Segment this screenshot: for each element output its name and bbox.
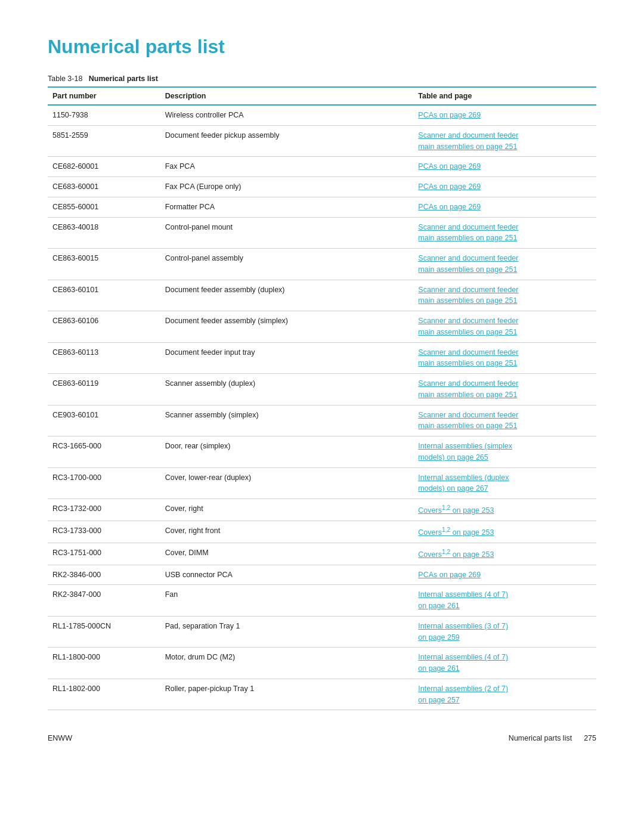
cell-part-number: RC3-1733-000 (48, 521, 160, 543)
col-header-description: Description (160, 87, 414, 105)
cell-table-page: Internal assemblies (4 of 7)on page 261 (413, 585, 596, 617)
cell-description: USB connector PCA (160, 565, 414, 585)
page-footer: ENWW Numerical parts list 275 (48, 734, 596, 742)
table-label-prefix: Table 3-18 (48, 75, 82, 83)
cell-part-number: RL1-1800-000 (48, 648, 160, 679)
cell-part-number: CE863-60113 (48, 342, 160, 374)
table-page-link[interactable]: Internal assemblies (4 of 7)on page 261 (418, 590, 508, 610)
table-page-link[interactable]: Covers1,2 on page 253 (418, 550, 494, 559)
cell-table-page: Internal assemblies (3 of 7)on page 259 (413, 616, 596, 648)
cell-table-page: Scanner and document feedermain assembli… (413, 374, 596, 405)
footer-left: ENWW (48, 734, 72, 742)
cell-table-page: Scanner and document feedermain assembli… (413, 125, 596, 157)
cell-table-page: Covers1,2 on page 253 (413, 499, 596, 521)
table-row: RL1-1800-000Motor, drum DC (M2)Internal … (48, 648, 596, 679)
table-page-link[interactable]: Scanner and document feedermain assembli… (418, 254, 518, 274)
cell-table-page: PCAs on page 269 (413, 157, 596, 177)
table-row: CE863-60015Control-panel assemblyScanner… (48, 249, 596, 280)
footer-page-number: 275 (584, 734, 596, 742)
cell-table-page: PCAs on page 269 (413, 177, 596, 197)
table-row: CE863-40018Control-panel mountScanner an… (48, 217, 596, 249)
cell-table-page: Internal assemblies (duplexmodels) on pa… (413, 467, 596, 499)
cell-part-number: CE863-60015 (48, 249, 160, 280)
table-row: RC3-1733-000Cover, right frontCovers1,2 … (48, 521, 596, 543)
table-row: RC3-1665-000Door, rear (simplex)Internal… (48, 436, 596, 468)
table-page-link[interactable]: Covers1,2 on page 253 (418, 528, 494, 537)
cell-part-number: RL1-1802-000 (48, 679, 160, 710)
table-row: CE682-60001Fax PCAPCAs on page 269 (48, 157, 596, 177)
table-label-text: Numerical parts list (89, 75, 158, 83)
cell-description: Pad, separation Tray 1 (160, 616, 414, 648)
cell-table-page: PCAs on page 269 (413, 105, 596, 125)
footer-right: Numerical parts list 275 (509, 734, 596, 742)
table-row: CE683-60001Fax PCA (Europe only)PCAs on … (48, 177, 596, 197)
table-row: RC3-1700-000Cover, lower-rear (duplex)In… (48, 467, 596, 499)
cell-description: Control-panel mount (160, 217, 414, 249)
cell-table-page: Scanner and document feedermain assembli… (413, 405, 596, 436)
table-row: RC3-1751-000Cover, DIMMCovers1,2 on page… (48, 543, 596, 565)
table-page-link[interactable]: Scanner and document feedermain assembli… (418, 348, 518, 368)
cell-description: Formatter PCA (160, 197, 414, 217)
cell-part-number: RL1-1785-000CN (48, 616, 160, 648)
cell-description: Fan (160, 585, 414, 617)
cell-description: Scanner assembly (simplex) (160, 405, 414, 436)
table-page-link[interactable]: Internal assemblies (3 of 7)on page 259 (418, 622, 508, 642)
table-row: RL1-1802-000Roller, paper-pickup Tray 1I… (48, 679, 596, 710)
cell-part-number: RC3-1665-000 (48, 436, 160, 468)
cell-part-number: CE863-60106 (48, 311, 160, 343)
table-page-link[interactable]: Scanner and document feedermain assembli… (418, 411, 518, 431)
cell-description: Roller, paper-pickup Tray 1 (160, 679, 414, 710)
cell-table-page: Internal assemblies (simplexmodels) on p… (413, 436, 596, 468)
table-page-link[interactable]: Internal assemblies (duplexmodels) on pa… (418, 473, 509, 493)
cell-part-number: RC3-1751-000 (48, 543, 160, 565)
cell-part-number: RK2-3847-000 (48, 585, 160, 617)
cell-description: Document feeder input tray (160, 342, 414, 374)
table-page-link[interactable]: Scanner and document feedermain assembli… (418, 286, 518, 305)
cell-table-page: Internal assemblies (2 of 7)on page 257 (413, 679, 596, 710)
table-page-link[interactable]: Internal assemblies (2 of 7)on page 257 (418, 685, 508, 704)
table-page-link[interactable]: Scanner and document feedermain assembli… (418, 317, 518, 336)
table-page-link[interactable]: PCAs on page 269 (418, 182, 481, 191)
col-header-table-page: Table and page (413, 87, 596, 105)
cell-table-page: PCAs on page 269 (413, 197, 596, 217)
table-page-link[interactable]: Internal assemblies (4 of 7)on page 261 (418, 653, 508, 673)
table-page-link[interactable]: Scanner and document feedermain assembli… (418, 223, 518, 243)
cell-table-page: Scanner and document feedermain assembli… (413, 249, 596, 280)
table-page-link[interactable]: Scanner and document feedermain assembli… (418, 131, 518, 151)
parts-table: Part number Description Table and page 1… (48, 86, 596, 710)
table-page-link[interactable]: PCAs on page 269 (418, 571, 481, 579)
cell-part-number: CE863-60119 (48, 374, 160, 405)
table-page-link[interactable]: PCAs on page 269 (418, 203, 481, 211)
cell-description: Cover, right front (160, 521, 414, 543)
cell-part-number: RK2-3846-000 (48, 565, 160, 585)
cell-part-number: RC3-1732-000 (48, 499, 160, 521)
cell-table-page: Internal assemblies (4 of 7)on page 261 (413, 648, 596, 679)
cell-description: Scanner assembly (duplex) (160, 374, 414, 405)
cell-description: Fax PCA (160, 157, 414, 177)
cell-part-number: CE863-60101 (48, 280, 160, 311)
cell-description: Document feeder assembly (simplex) (160, 311, 414, 343)
cell-part-number: CE683-60001 (48, 177, 160, 197)
cell-description: Fax PCA (Europe only) (160, 177, 414, 197)
table-row: CE863-60101Document feeder assembly (dup… (48, 280, 596, 311)
cell-part-number: CE903-60101 (48, 405, 160, 436)
cell-table-page: Scanner and document feedermain assembli… (413, 217, 596, 249)
table-page-link[interactable]: Internal assemblies (simplexmodels) on p… (418, 442, 512, 462)
cell-table-page: Covers1,2 on page 253 (413, 521, 596, 543)
table-label: Table 3-18 Numerical parts list (48, 75, 596, 83)
cell-table-page: Covers1,2 on page 253 (413, 543, 596, 565)
table-row: CE863-60113Document feeder input traySca… (48, 342, 596, 374)
table-row: CE855-60001Formatter PCAPCAs on page 269 (48, 197, 596, 217)
table-row: 5851-2559Document feeder pickup assembly… (48, 125, 596, 157)
table-page-link[interactable]: Scanner and document feedermain assembli… (418, 379, 518, 399)
table-page-link[interactable]: Covers1,2 on page 253 (418, 506, 494, 515)
table-page-link[interactable]: PCAs on page 269 (418, 111, 481, 119)
cell-description: Control-panel assembly (160, 249, 414, 280)
table-row: 1150-7938Wireless controller PCAPCAs on … (48, 105, 596, 125)
cell-part-number: CE682-60001 (48, 157, 160, 177)
table-row: RK2-3846-000USB connector PCAPCAs on pag… (48, 565, 596, 585)
table-page-link[interactable]: PCAs on page 269 (418, 162, 481, 171)
col-header-part-number: Part number (48, 87, 160, 105)
cell-description: Document feeder pickup assembly (160, 125, 414, 157)
table-row: RL1-1785-000CNPad, separation Tray 1Inte… (48, 616, 596, 648)
